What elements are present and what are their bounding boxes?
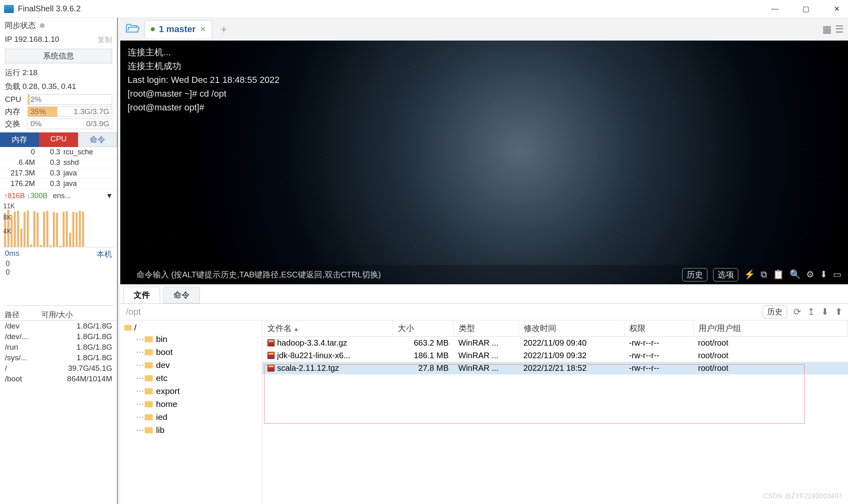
swap-meter: 交换 0%0/3.9G	[0, 118, 117, 130]
window-close-button[interactable]: ✕	[828, 4, 845, 13]
path-history-button[interactable]: 历史	[763, 305, 787, 318]
terminal-options-button[interactable]: 选项	[713, 268, 738, 281]
layout-list-icon[interactable]: ☰	[835, 24, 844, 35]
process-row[interactable]: 217.3M0.3java	[0, 168, 117, 179]
gear-icon[interactable]: ⚙	[806, 269, 814, 280]
bolt-icon[interactable]: ⚡	[744, 269, 755, 280]
terminal[interactable]: 连接主机... 连接主机成功 Last login: Wed Dec 21 18…	[120, 41, 848, 284]
load-label: 负载 0.28, 0.35, 0.41	[5, 81, 76, 92]
folder-icon	[145, 362, 153, 368]
tree-node[interactable]: ⋯export	[124, 385, 258, 398]
fs-row[interactable]: /boot864M/1014M	[0, 374, 117, 384]
upload-file-icon[interactable]: ⬆	[835, 307, 842, 317]
layout-grid-icon[interactable]: ▦	[822, 24, 832, 35]
ip-label: IP 192.168.1.10	[5, 35, 59, 45]
directory-tree[interactable]: / ⋯bin⋯boot⋯dev⋯etc⋯export⋯home⋯ied⋯lib	[120, 320, 262, 504]
fs-row[interactable]: /dev1.8G/1.8G	[0, 321, 117, 331]
interface-dropdown-icon[interactable]: ▼	[106, 192, 113, 200]
latency-sparkline	[3, 277, 114, 306]
tree-root[interactable]: /	[124, 323, 258, 333]
memory-meter: 内存 35%1.3G/3.7G	[0, 106, 117, 118]
col-mtime[interactable]: 修改时间	[518, 320, 624, 337]
terminal-input-bar: 命令输入 (按ALT键提示历史,TAB键路径,ESC键返回,双击CTRL切换) …	[120, 265, 848, 284]
col-filename[interactable]: 文件名	[262, 320, 393, 337]
latency-value: 0ms	[5, 249, 20, 260]
copy-icon[interactable]: ⧉	[761, 269, 767, 280]
process-tab-command[interactable]: 命令	[78, 132, 117, 147]
current-path[interactable]: /opt	[126, 307, 141, 317]
tree-node[interactable]: ⋯ied	[124, 411, 258, 424]
terminal-input-hint[interactable]: 命令输入 (按ALT键提示历史,TAB键路径,ESC键返回,双击CTRL切换)	[137, 269, 381, 280]
fs-header-path[interactable]: 路径	[5, 310, 41, 320]
download-file-icon[interactable]: ⬇	[821, 307, 828, 317]
fs-row[interactable]: /sys/...1.8G/1.8G	[0, 353, 117, 363]
process-list: 00.3rcu_sche6.4M0.3sshd217.3M0.3java176.…	[0, 147, 117, 189]
file-row[interactable]: jdk-8u221-linux-x6...186.1 MBWinRAR ...2…	[262, 349, 848, 362]
tree-node[interactable]: ⋯bin	[124, 333, 258, 346]
window-minimize-button[interactable]: ―	[767, 4, 783, 13]
open-connections-icon[interactable]	[124, 23, 141, 36]
fs-row[interactable]: /dev/...1.8G/1.8G	[0, 331, 117, 342]
network-sparkline: 11K 8K 4K	[3, 203, 114, 247]
tab-commands[interactable]: 命令	[163, 287, 200, 303]
session-tab-bar: 1 master ✕ ＋ ▦ ☰	[120, 18, 848, 41]
tree-node[interactable]: ⋯home	[124, 398, 258, 411]
process-row[interactable]: 176.2M0.3java	[0, 179, 117, 189]
filesystem-list: /dev1.8G/1.8G/dev/...1.8G/1.8G/run1.8G/1…	[0, 321, 117, 384]
folder-icon	[145, 427, 153, 433]
folder-icon	[145, 349, 153, 355]
file-row[interactable]: hadoop-3.3.4.tar.gz663.2 MBWinRAR ...202…	[262, 337, 848, 350]
file-list[interactable]: 文件名 大小 类型 修改时间 权限 用户/用户组 hadoop-3.3.4.ta…	[262, 320, 848, 504]
col-type[interactable]: 类型	[453, 320, 518, 337]
copy-ip-button[interactable]: 复制	[98, 35, 112, 45]
refresh-icon[interactable]: ⟳	[794, 307, 801, 317]
app-title: FinalShell 3.9.6.2	[18, 4, 81, 13]
process-sort-tabs: 内存 CPU 命令	[0, 132, 117, 147]
sidebar: 同步状态 IP 192.168.1.10 复制 系统信息 运行 2:18 负载 …	[0, 18, 118, 504]
archive-icon	[267, 352, 275, 359]
session-status-dot	[151, 27, 155, 31]
process-tab-memory[interactable]: 内存	[0, 132, 39, 147]
process-row[interactable]: 6.4M0.3sshd	[0, 158, 117, 168]
folder-icon	[145, 414, 153, 420]
folder-icon	[145, 375, 153, 381]
col-owner[interactable]: 用户/用户组	[693, 320, 848, 337]
download-icon[interactable]: ⬇	[820, 269, 827, 280]
fs-row[interactable]: /39.7G/45.1G	[0, 363, 117, 374]
title-bar: FinalShell 3.9.6.2 ― ▢ ✕	[0, 0, 848, 18]
file-row[interactable]: scala-2.11.12.tgz27.8 MBWinRAR ...2022/1…	[262, 362, 848, 374]
cpu-meter: CPU 2%	[0, 93, 117, 106]
add-tab-button[interactable]: ＋	[219, 22, 229, 36]
close-tab-icon[interactable]: ✕	[200, 25, 206, 34]
latency-target[interactable]: 本机	[97, 249, 112, 260]
window-maximize-button[interactable]: ▢	[798, 4, 814, 13]
terminal-history-button[interactable]: 历史	[682, 268, 707, 281]
archive-icon	[267, 339, 275, 346]
sync-status-label: 同步状态	[5, 20, 36, 31]
fs-row[interactable]: /run1.8G/1.8G	[0, 342, 117, 353]
process-row[interactable]: 00.3rcu_sche	[0, 147, 117, 158]
system-info-button[interactable]: 系统信息	[5, 49, 112, 63]
tree-node[interactable]: ⋯lib	[124, 424, 258, 437]
tree-node[interactable]: ⋯dev	[124, 359, 258, 372]
uptime-label: 运行 2:18	[5, 67, 37, 78]
fullscreen-icon[interactable]: ▭	[833, 269, 841, 280]
folder-icon	[124, 325, 132, 331]
tree-node[interactable]: ⋯boot	[124, 346, 258, 359]
watermark: CSDN @ZYF2190003497	[763, 493, 842, 500]
sync-status-indicator	[40, 23, 45, 28]
fs-header-avail[interactable]: 可用/大小	[41, 310, 73, 320]
folder-icon	[145, 336, 153, 342]
tab-files[interactable]: 文件	[124, 287, 160, 303]
up-level-icon[interactable]: ↥	[807, 307, 815, 317]
process-tab-cpu[interactable]: CPU	[39, 132, 78, 147]
search-icon[interactable]: 🔍	[789, 269, 800, 280]
paste-icon[interactable]: 📋	[773, 269, 784, 280]
session-tab-master[interactable]: 1 master ✕	[145, 20, 212, 38]
col-perm[interactable]: 权限	[624, 320, 693, 337]
app-icon	[4, 5, 14, 13]
lower-tabs: 文件 命令	[120, 284, 848, 304]
folder-icon	[145, 401, 153, 407]
tree-node[interactable]: ⋯etc	[124, 372, 258, 385]
col-size[interactable]: 大小	[393, 320, 453, 337]
